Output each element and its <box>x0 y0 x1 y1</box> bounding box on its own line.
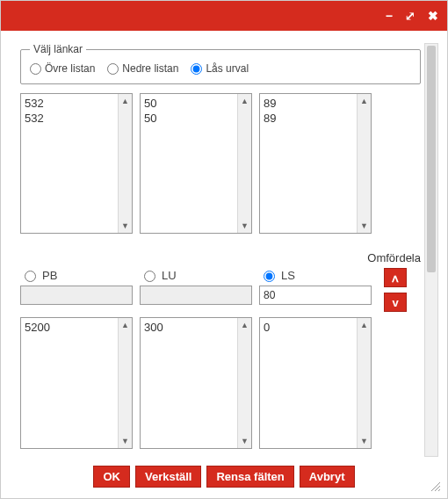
option-lu[interactable]: LU <box>140 268 252 282</box>
footer: OK Verkställ Rensa fälten Avbryt <box>4 460 444 495</box>
minimize-icon[interactable]: − <box>386 10 393 22</box>
scroll-down-icon[interactable]: ▼ <box>358 219 371 233</box>
input-ls[interactable] <box>259 286 372 305</box>
radio-pb-label: PB <box>42 269 57 282</box>
col-ls: LS <box>259 268 372 305</box>
radio-lower-label: Nedre listan <box>122 62 178 75</box>
scroll-down-icon[interactable]: ▼ <box>119 434 132 448</box>
select-links-options: Övre listan Nedre listan Lås urval <box>30 62 411 75</box>
close-icon[interactable]: ✖ <box>428 10 438 22</box>
radio-ls[interactable] <box>264 271 275 282</box>
list-scrollbar[interactable]: ▲ ▼ <box>357 318 371 448</box>
list-item[interactable]: 89 <box>264 111 353 126</box>
resize-grip-icon[interactable] <box>430 481 440 491</box>
upper-list-1-items: 532 532 <box>21 94 118 233</box>
ok-button[interactable]: OK <box>93 466 130 488</box>
lower-list-2-items: 300 <box>141 318 237 448</box>
lower-list-1[interactable]: 5200 ▲ ▼ <box>20 317 133 449</box>
option-lower-list[interactable]: Nedre listan <box>107 62 178 75</box>
list-scrollbar[interactable]: ▲ ▼ <box>118 318 132 448</box>
scroll-down-icon[interactable]: ▼ <box>238 434 251 448</box>
list-item[interactable]: 50 <box>144 111 234 126</box>
titlebar: − ⤢ ✖ <box>1 1 447 31</box>
scroll-up-icon[interactable]: ▲ <box>358 318 371 332</box>
clear-fields-button[interactable]: Rensa fälten <box>206 466 293 488</box>
list-item[interactable]: 89 <box>264 96 353 111</box>
upper-lists-row: 532 532 ▲ ▼ 50 50 <box>20 93 421 234</box>
dialog-window: − ⤢ ✖ Välj länkar Övre listan Nedre list… <box>0 0 448 499</box>
list-item[interactable]: 5200 <box>25 320 114 335</box>
upper-list-1[interactable]: 532 532 ▲ ▼ <box>20 93 133 234</box>
list-scrollbar[interactable]: ▲ ▼ <box>237 318 251 448</box>
radio-upper-list[interactable] <box>30 63 41 75</box>
redistribute-buttons: ʌ v <box>384 268 407 312</box>
option-pb[interactable]: PB <box>20 268 133 282</box>
apply-button[interactable]: Verkställ <box>135 466 202 488</box>
upper-list-3-items: 89 89 <box>260 94 357 233</box>
list-scrollbar[interactable]: ▲ ▼ <box>237 94 251 233</box>
scrollbar-track[interactable] <box>424 43 438 457</box>
lower-list-3[interactable]: 0 ▲ ▼ <box>259 317 372 449</box>
lower-list-3-items: 0 <box>260 318 357 448</box>
scroll-down-icon[interactable]: ▼ <box>238 219 251 233</box>
content-outer: Välj länkar Övre listan Nedre listan <box>1 31 447 498</box>
upper-list-2-items: 50 50 <box>141 94 237 233</box>
lower-list-2[interactable]: 300 ▲ ▼ <box>140 317 252 449</box>
radio-upper-label: Övre listan <box>45 62 95 75</box>
radio-lower-list[interactable] <box>107 63 119 75</box>
redistribute-up-button[interactable]: ʌ <box>384 268 407 287</box>
list-item[interactable]: 0 <box>264 320 353 335</box>
content-scrollbar[interactable] <box>424 43 438 457</box>
scroll-up-icon[interactable]: ▲ <box>119 94 132 108</box>
radio-pb[interactable] <box>25 271 36 282</box>
scrollbar-thumb[interactable] <box>427 46 436 272</box>
scroll-up-icon[interactable]: ▲ <box>119 318 132 332</box>
radio-lu-label: LU <box>162 269 177 282</box>
lower-lists-row: 5200 ▲ ▼ 300 ▲ ▼ <box>20 317 421 449</box>
option-lock-selection[interactable]: Lås urval <box>191 62 249 75</box>
scroll-down-icon[interactable]: ▼ <box>119 219 132 233</box>
scroll-up-icon[interactable]: ▲ <box>238 94 251 108</box>
option-upper-list[interactable]: Övre listan <box>30 62 95 75</box>
upper-list-3[interactable]: 89 89 ▲ ▼ <box>259 93 372 234</box>
list-item[interactable]: 50 <box>144 96 234 111</box>
col-lu: LU <box>140 268 252 305</box>
redistribute-label: Omfördela <box>367 251 421 264</box>
upper-list-2[interactable]: 50 50 ▲ ▼ <box>140 93 252 234</box>
redistribute-label-row: Omfördela <box>20 251 421 264</box>
scroll-down-icon[interactable]: ▼ <box>358 434 371 448</box>
list-scrollbar[interactable]: ▲ ▼ <box>118 94 132 233</box>
cancel-button[interactable]: Avbryt <box>300 466 355 488</box>
select-links-group: Välj länkar Övre listan Nedre listan <box>20 43 421 84</box>
radio-lu[interactable] <box>144 271 155 282</box>
radio-lock-selection[interactable] <box>191 63 202 75</box>
scroll-up-icon[interactable]: ▲ <box>358 94 371 108</box>
redistribute-down-button[interactable]: v <box>384 293 407 312</box>
select-links-legend: Välj länkar <box>30 43 86 55</box>
content: Välj länkar Övre listan Nedre listan <box>4 34 444 460</box>
scroll-up-icon[interactable]: ▲ <box>238 318 251 332</box>
list-item[interactable]: 300 <box>144 320 234 335</box>
radio-lock-label: Lås urval <box>206 62 249 75</box>
col-pb: PB <box>20 268 133 305</box>
input-lu[interactable] <box>140 286 252 305</box>
main-column: Välj länkar Övre listan Nedre listan <box>20 43 421 457</box>
mid-row: PB LU LS <box>20 268 421 312</box>
list-scrollbar[interactable]: ▲ ▼ <box>357 94 371 233</box>
radio-ls-label: LS <box>281 269 295 282</box>
list-item[interactable]: 532 <box>25 111 114 126</box>
maximize-icon[interactable]: ⤢ <box>405 10 415 22</box>
input-pb[interactable] <box>20 286 133 305</box>
list-item[interactable]: 532 <box>25 96 114 111</box>
option-ls[interactable]: LS <box>259 268 372 282</box>
lower-list-1-items: 5200 <box>21 318 118 448</box>
svg-line-2 <box>438 489 440 491</box>
